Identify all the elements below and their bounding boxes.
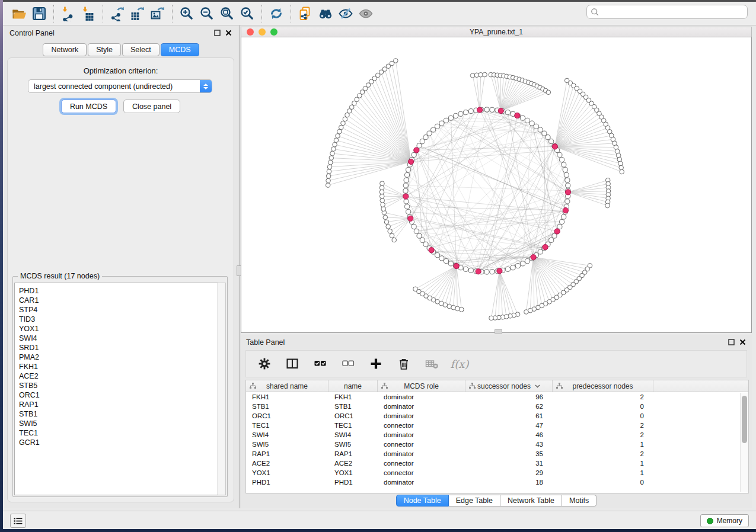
import-table-button[interactable] [78,4,98,24]
close-panel-button[interactable]: Close panel [123,100,180,113]
shared-column-icon [381,383,388,389]
cell: FKH1 [328,392,378,402]
tab-style[interactable]: Style [88,43,121,56]
tab-edge-table[interactable]: Edge Table [449,495,500,507]
settings-gear-button[interactable] [257,356,272,371]
select-all-button[interactable] [312,356,328,371]
table-row[interactable]: FKH1FKH1dominator962 [246,392,748,402]
cell: YOX1 [328,468,378,477]
export-image-button[interactable] [148,4,168,24]
search-network-button[interactable] [315,4,336,24]
table-row[interactable]: ORC1ORC1dominator610 [246,411,748,421]
clone-network-button[interactable] [295,4,315,24]
task-history-button[interactable] [10,514,26,528]
table-row[interactable]: RAP1RAP1dominator352 [246,449,748,459]
search-field[interactable] [586,5,748,19]
column-header-name[interactable]: name [328,380,378,392]
tab-select[interactable]: Select [122,43,160,56]
column-header-predecessor-nodes[interactable]: predecessor nodes [553,380,653,392]
scrollbar-thumb[interactable] [742,396,747,443]
mcds-node-item[interactable]: PMA2 [19,352,218,362]
clone-network-icon [298,6,313,21]
tab-node-table[interactable]: Node Table [396,495,449,507]
close-table-panel-icon[interactable] [739,339,746,345]
export-network-icon [110,6,125,21]
zoom-fit-button[interactable] [217,4,237,24]
mcds-list-scrollbar[interactable] [218,283,226,495]
export-table-button[interactable] [127,4,148,24]
add-column-button[interactable] [368,356,384,371]
toolbar-separator [291,5,291,23]
show-all-button[interactable] [356,4,376,24]
cell: dominator [378,392,465,402]
network-graph[interactable] [241,37,751,332]
table-row[interactable]: YOX1YOX1connector291 [246,468,748,477]
shared-column-icon [469,383,476,389]
network-canvas[interactable] [241,37,752,333]
zoom-out-button[interactable] [197,4,217,24]
mcds-node-item[interactable]: CAR1 [19,296,218,305]
delete-column-button[interactable] [396,356,412,371]
table-row[interactable]: SWI5SWI5connector431 [246,440,748,449]
zoom-selected-button[interactable] [237,4,257,24]
zoom-out-icon [199,6,215,21]
column-header-MCDS-role[interactable]: MCDS role [378,380,465,392]
refresh-icon [269,6,284,21]
refresh-button[interactable] [266,4,286,24]
zoom-in-button[interactable] [177,4,197,24]
cell: 1 [553,440,653,449]
hide-selected-button[interactable] [336,4,356,24]
table-row[interactable]: PHD1PHD1dominator180 [246,477,748,487]
mcds-node-item[interactable]: STB1 [19,409,218,419]
tab-motifs[interactable]: Motifs [562,495,596,507]
float-panel-icon[interactable] [214,30,221,36]
control-panel: Control Panel NetworkStyleSelectMCDS Opt… [4,25,238,508]
deselect-all-button[interactable] [340,356,356,371]
mcds-node-item[interactable]: TEC1 [19,428,218,438]
cell: 31 [465,459,553,468]
cell: 61 [465,411,553,421]
memory-button[interactable]: Memory [700,514,749,527]
mcds-node-item[interactable]: TID3 [19,315,218,324]
cell: 62 [465,402,553,411]
column-header-shared-name[interactable]: shared name [246,380,328,392]
float-table-panel-icon[interactable] [728,339,735,345]
table-row[interactable]: ACE2ACE2connector311 [246,459,748,468]
criterion-dropdown[interactable]: largest connected component (undirected) [28,79,212,93]
table-row[interactable]: TEC1TEC1connector472 [246,421,748,430]
mcds-result-list[interactable]: PHD1CAR1STP4TID3YOX1SWI4SRD1PMA2FKH1ACE2… [14,283,218,495]
mcds-node-item[interactable]: PHD1 [19,286,218,296]
table-row[interactable]: SWI4SWI4dominator462 [246,430,748,440]
column-header-successor-nodes[interactable]: successor nodes [465,380,553,392]
tab-mcds[interactable]: MCDS [161,43,199,56]
mcds-node-item[interactable]: RAP1 [19,400,218,409]
mcds-node-item[interactable]: STP4 [19,305,218,315]
tab-network-table[interactable]: Network Table [500,495,562,507]
table-scrollbar[interactable] [740,393,748,492]
run-mcds-button[interactable]: Run MCDS [61,100,116,113]
mcds-node-item[interactable]: GCR1 [19,438,218,447]
mcds-node-item[interactable]: SRD1 [19,343,218,352]
cell: 35 [465,449,553,459]
mcds-node-item[interactable]: FKH1 [19,362,218,371]
export-network-button[interactable] [107,4,127,24]
import-table-icon [81,6,96,21]
mcds-node-item[interactable]: SWI4 [19,334,218,343]
table-row[interactable]: STB1STB1dominator620 [246,402,748,411]
cell: 1 [553,468,653,477]
mcds-node-item[interactable]: ACE2 [19,371,218,381]
import-network-button[interactable] [58,4,78,24]
close-panel-icon[interactable] [225,30,232,36]
mcds-node-item[interactable]: SWI5 [19,419,218,428]
mcds-node-item[interactable]: YOX1 [19,324,218,334]
split-panel-button[interactable] [285,356,300,371]
mcds-node-item[interactable]: STB5 [19,381,218,390]
open-file-button[interactable] [9,4,29,24]
cell: dominator [378,402,465,411]
tab-network[interactable]: Network [43,43,87,56]
mcds-node-item[interactable]: ORC1 [19,390,218,400]
save-session-button[interactable] [29,4,49,24]
horizontal-splitter-grip[interactable] [495,329,502,334]
cell: dominator [378,449,465,459]
search-input[interactable] [602,8,744,16]
